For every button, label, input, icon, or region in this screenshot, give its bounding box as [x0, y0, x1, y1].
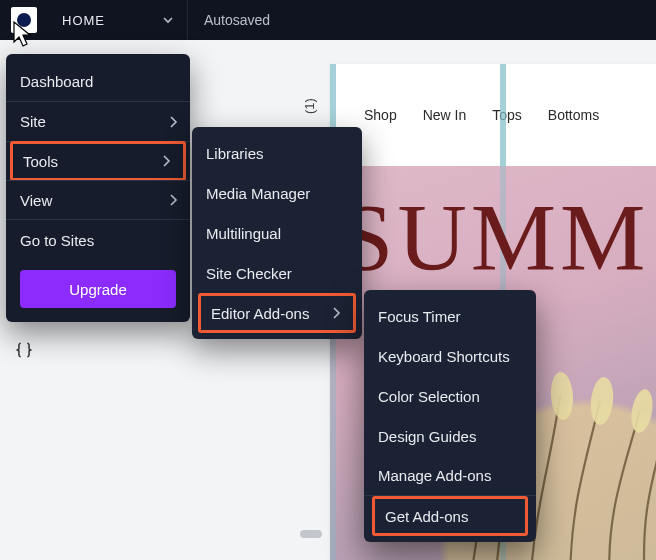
editor-addons-menu-item[interactable]: Editor Add-ons: [198, 293, 356, 333]
manage-addons-menu-item[interactable]: Manage Add-ons: [364, 456, 536, 496]
nav-link-tops[interactable]: Tops: [492, 107, 522, 123]
upgrade-label: Upgrade: [69, 281, 127, 298]
menu-label: Manage Add-ons: [378, 467, 491, 484]
menu-label: Go to Sites: [20, 232, 94, 249]
home-dropdown: Dashboard Site Tools View Go to Sites Up…: [6, 54, 190, 322]
menu-label: Multilingual: [206, 225, 281, 242]
site-checker-menu-item[interactable]: Site Checker: [192, 253, 362, 293]
menu-label: Media Manager: [206, 185, 310, 202]
svg-point-8: [628, 388, 655, 435]
tools-menu-item[interactable]: Tools: [10, 141, 186, 181]
code-braces-icon[interactable]: [14, 340, 34, 360]
menu-label: Site Checker: [206, 265, 292, 282]
chevron-down-icon: [163, 15, 173, 25]
go-to-sites-menu-item[interactable]: Go to Sites: [6, 220, 190, 260]
site-menu-item[interactable]: Site: [6, 102, 190, 142]
site-nav: Shop New In Tops Bottoms: [330, 64, 656, 166]
tools-submenu: Libraries Media Manager Multilingual Sit…: [192, 127, 362, 339]
menu-label: Tools: [23, 153, 58, 170]
menu-label: Dashboard: [20, 73, 93, 90]
chevron-right-icon: [170, 194, 178, 206]
app-logo-button[interactable]: [0, 0, 48, 40]
menu-label: Design Guides: [378, 428, 476, 445]
pointer-cursor-icon: [10, 20, 36, 50]
upgrade-button[interactable]: Upgrade: [20, 270, 176, 308]
media-manager-menu-item[interactable]: Media Manager: [192, 173, 362, 213]
editor-addons-submenu: Focus Timer Keyboard Shortcuts Color Sel…: [364, 290, 536, 542]
menu-label: Focus Timer: [378, 308, 461, 325]
autosave-status: Autosaved: [188, 0, 286, 40]
menu-label: View: [20, 192, 52, 209]
color-selection-menu-item[interactable]: Color Selection: [364, 376, 536, 416]
menu-label: Keyboard Shortcuts: [378, 348, 510, 365]
hero-title: SUMM: [340, 182, 649, 293]
menu-label: Editor Add-ons: [211, 305, 309, 322]
home-menu-button[interactable]: HOME: [48, 0, 188, 40]
libraries-menu-item[interactable]: Libraries: [192, 133, 362, 173]
top-bar: HOME Autosaved: [0, 0, 656, 40]
nav-link-new-in[interactable]: New In: [423, 107, 467, 123]
menu-label: Color Selection: [378, 388, 480, 405]
view-menu-item[interactable]: View: [6, 180, 190, 220]
design-guides-menu-item[interactable]: Design Guides: [364, 416, 536, 456]
keyboard-shortcuts-menu-item[interactable]: Keyboard Shortcuts: [364, 336, 536, 376]
svg-point-6: [549, 371, 574, 420]
chevron-right-icon: [333, 307, 341, 319]
page-indicator: (1): [302, 98, 317, 114]
get-addons-menu-item[interactable]: Get Add-ons: [372, 496, 528, 536]
menu-label: Site: [20, 113, 46, 130]
chevron-right-icon: [163, 155, 171, 167]
autosave-label: Autosaved: [204, 12, 270, 28]
svg-point-7: [589, 376, 616, 426]
resize-handle[interactable]: [300, 530, 322, 538]
svg-point-9: [652, 404, 656, 447]
menu-label: Libraries: [206, 145, 264, 162]
menu-label: Get Add-ons: [385, 508, 468, 525]
chevron-right-icon: [170, 116, 178, 128]
nav-link-bottoms[interactable]: Bottoms: [548, 107, 599, 123]
nav-link-shop[interactable]: Shop: [364, 107, 397, 123]
dashboard-menu-item[interactable]: Dashboard: [6, 62, 190, 102]
home-menu-label: HOME: [62, 13, 163, 28]
focus-timer-menu-item[interactable]: Focus Timer: [364, 296, 536, 336]
multilingual-menu-item[interactable]: Multilingual: [192, 213, 362, 253]
